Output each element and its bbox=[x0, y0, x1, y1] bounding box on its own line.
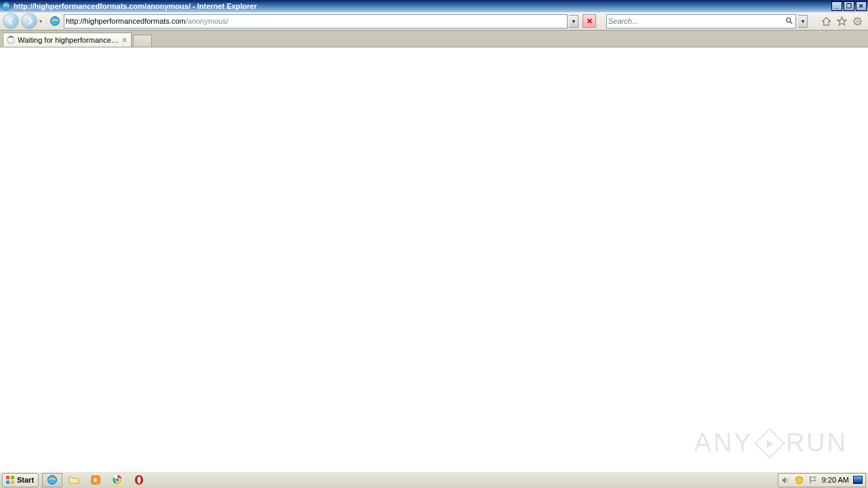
opera-icon bbox=[134, 474, 144, 485]
watermark-right: RUN bbox=[786, 428, 848, 458]
svg-point-23 bbox=[138, 476, 141, 483]
start-label: Start bbox=[17, 476, 34, 484]
svg-line-12 bbox=[854, 23, 854, 24]
play-icon bbox=[754, 428, 785, 458]
flag-icon[interactable] bbox=[808, 475, 818, 485]
watermark: ANY RUN bbox=[694, 428, 848, 458]
nav-history-dropdown[interactable]: ▾ bbox=[39, 18, 45, 24]
show-desktop-button[interactable] bbox=[853, 476, 863, 484]
svg-rect-17 bbox=[11, 481, 14, 484]
svg-point-2 bbox=[787, 18, 791, 22]
svg-point-5 bbox=[856, 20, 859, 22]
taskbar-item-opera[interactable] bbox=[129, 473, 149, 487]
window-title: http://highperformancedformats.com/anony… bbox=[14, 2, 830, 10]
ie-icon bbox=[1, 1, 11, 11]
volume-icon[interactable] bbox=[781, 475, 791, 485]
window-titlebar: http://highperformancedformats.com/anony… bbox=[0, 0, 868, 12]
page-icon bbox=[50, 16, 60, 26]
chrome-icon bbox=[112, 474, 123, 485]
svg-rect-14 bbox=[6, 476, 9, 479]
search-dropdown[interactable]: ▾ bbox=[798, 15, 808, 28]
svg-line-10 bbox=[854, 18, 854, 18]
search-box[interactable] bbox=[606, 14, 796, 28]
taskbar-item-chrome[interactable] bbox=[107, 473, 127, 487]
start-button[interactable]: Start bbox=[2, 473, 39, 487]
close-button[interactable]: ✕ bbox=[856, 1, 867, 11]
svg-line-11 bbox=[859, 23, 860, 24]
taskbar-item-explorer[interactable] bbox=[64, 473, 84, 487]
watermark-left: ANY bbox=[694, 428, 753, 458]
url-path: /anonymous/ bbox=[186, 17, 229, 25]
navigation-toolbar: ▾ http://highperformancedformats.com/ano… bbox=[0, 12, 868, 30]
star-icon bbox=[837, 16, 847, 26]
stop-button[interactable]: ✕ bbox=[583, 14, 596, 28]
svg-rect-15 bbox=[11, 476, 14, 479]
folder-icon bbox=[68, 474, 79, 485]
shield-icon[interactable] bbox=[795, 475, 804, 485]
arrow-right-icon bbox=[26, 18, 33, 25]
maximize-button[interactable]: ❐ bbox=[844, 1, 854, 11]
taskbar-item-ie[interactable] bbox=[42, 473, 62, 487]
svg-point-21 bbox=[115, 478, 119, 482]
taskbar-clock[interactable]: 9:20 AM bbox=[822, 476, 849, 484]
svg-line-13 bbox=[859, 18, 860, 18]
tab-bar: Waiting for highperformance… ✕ bbox=[0, 30, 868, 47]
home-button[interactable] bbox=[821, 16, 831, 26]
search-input[interactable] bbox=[608, 17, 785, 25]
taskbar: Start 9:20 AM bbox=[0, 471, 868, 488]
new-tab-button[interactable] bbox=[133, 35, 152, 47]
tab-close-button[interactable]: ✕ bbox=[121, 36, 127, 45]
gear-icon bbox=[852, 16, 863, 26]
forward-button[interactable] bbox=[21, 13, 37, 29]
ie-icon bbox=[47, 474, 58, 485]
browser-tab[interactable]: Waiting for highperformance… ✕ bbox=[3, 33, 132, 47]
address-bar[interactable]: http://highperformancedformats.com/anony… bbox=[64, 14, 568, 28]
page-viewport: ANY RUN bbox=[0, 47, 868, 471]
windows-logo-icon bbox=[5, 475, 15, 485]
svg-rect-16 bbox=[6, 481, 9, 484]
taskbar-item-media[interactable] bbox=[85, 473, 106, 487]
tools-button[interactable] bbox=[852, 16, 863, 26]
favorites-button[interactable] bbox=[836, 16, 847, 26]
url-host: http://highperformancedformats.com bbox=[66, 17, 186, 25]
home-icon bbox=[821, 16, 831, 26]
tab-title: Waiting for highperformance… bbox=[18, 36, 119, 44]
arrow-left-icon bbox=[7, 18, 15, 25]
address-dropdown[interactable]: ▾ bbox=[569, 15, 578, 28]
svg-line-3 bbox=[791, 22, 793, 24]
search-icon[interactable] bbox=[785, 16, 794, 26]
back-button[interactable] bbox=[3, 13, 19, 29]
system-tray: 9:20 AM bbox=[778, 473, 866, 487]
loading-spinner-icon bbox=[7, 36, 15, 44]
media-player-icon bbox=[90, 474, 101, 485]
minimize-button[interactable]: _ bbox=[831, 1, 842, 11]
